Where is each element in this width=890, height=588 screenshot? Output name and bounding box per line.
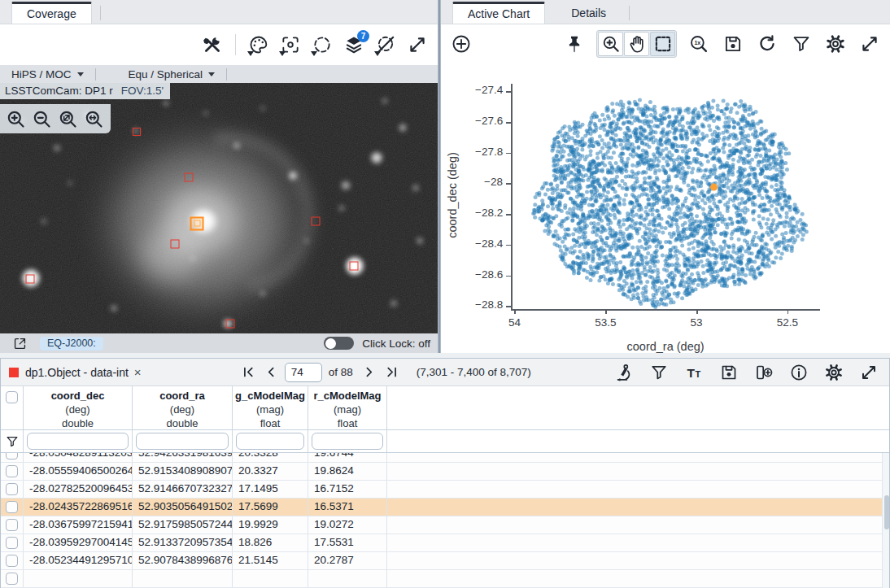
filter-input-coord_ra[interactable]: [136, 433, 229, 450]
row-checkbox[interactable]: [6, 519, 18, 531]
table-row[interactable]: -28.03675997215941352.91759850572448419.…: [1, 516, 889, 534]
add-column-icon[interactable]: [752, 360, 776, 385]
scatter-points-canvas[interactable]: [511, 84, 820, 309]
settings-icon[interactable]: [822, 360, 846, 385]
table-row[interactable]: -28.05048289113203552.94263319816399320.…: [1, 453, 889, 463]
zoom-in-icon[interactable]: [3, 107, 28, 131]
last-page-button[interactable]: [382, 363, 402, 382]
prev-page-button[interactable]: [262, 363, 281, 382]
microscope-icon[interactable]: [612, 360, 636, 385]
zoom-fit-icon[interactable]: [55, 107, 80, 131]
next-page-button[interactable]: [360, 363, 379, 382]
select-area-icon[interactable]: [310, 33, 334, 57]
object-marker[interactable]: [26, 275, 35, 284]
pan-hand-icon[interactable]: [624, 32, 649, 56]
layers-icon[interactable]: 7: [342, 33, 366, 57]
y-tick-label: −28.6: [475, 268, 503, 281]
tab-coverage[interactable]: Coverage: [11, 2, 92, 24]
coord-system-dropdown[interactable]: Equ / Spherical: [117, 68, 227, 81]
page-number-input[interactable]: [285, 363, 322, 382]
sky-image-viewer[interactable]: LSSTComCam: DP1 r FOV:1.5': [0, 83, 438, 333]
filter-icon[interactable]: [4, 433, 20, 451]
row-checkbox[interactable]: [6, 537, 18, 549]
column-header-coord_ra[interactable]: coord_ra (deg) double: [133, 386, 233, 429]
star-blob: [371, 153, 382, 163]
filter-icon[interactable]: [789, 32, 814, 56]
filter-input-coord_dec[interactable]: [27, 433, 129, 450]
filter-input-r_cModelMag[interactable]: [312, 433, 383, 450]
save-icon[interactable]: [717, 360, 741, 385]
object-marker[interactable]: [311, 216, 320, 225]
text-view-icon[interactable]: TT: [682, 360, 706, 385]
column-header-g_cModelMag[interactable]: g_cModelMag (mag) float: [233, 386, 308, 429]
restore-icon[interactable]: [755, 32, 779, 56]
table-row[interactable]: -28.02782520096453652.9146670732327517.1…: [1, 481, 889, 499]
object-marker[interactable]: [225, 319, 234, 328]
y-tick-label: −28.2: [475, 207, 503, 219]
coord-system-label: Equ / Spherical: [129, 68, 203, 81]
table-scrollbar[interactable]: [882, 453, 889, 588]
row-checkbox[interactable]: [6, 501, 18, 513]
cell-coord_ra: 52.90784389968769: [133, 552, 233, 569]
expand-icon[interactable]: [857, 360, 881, 385]
filter-cell-r_cModelMag: [308, 430, 387, 452]
svg-text:T: T: [696, 368, 701, 378]
settings-icon[interactable]: [823, 32, 848, 56]
cell-g_cModelMag: 17.1495: [233, 481, 308, 498]
firefly-app: Coverage 7 HiPS / MOC Equ / Spherical: [0, 0, 890, 588]
recenter-icon[interactable]: [278, 33, 303, 57]
filter-icon[interactable]: [647, 360, 671, 385]
tab-details[interactable]: Details: [556, 2, 621, 24]
hips-moc-dropdown[interactable]: HiPS / MOC: [0, 68, 95, 81]
tools-icon[interactable]: [200, 33, 225, 57]
object-marker[interactable]: [171, 239, 180, 248]
object-marker[interactable]: [133, 128, 141, 136]
object-marker[interactable]: [350, 261, 359, 270]
zoom-original-icon[interactable]: 1x: [687, 32, 711, 56]
table-row[interactable]: -28.05559406500264452.9153408908907220.3…: [1, 463, 889, 481]
column-header-r_cModelMag[interactable]: r_cModelMag (mag) float: [308, 386, 387, 429]
row-checkbox[interactable]: [6, 453, 18, 460]
pin-icon[interactable]: [562, 32, 587, 56]
table-row[interactable]: [1, 570, 889, 588]
column-header-coord_dec[interactable]: coord_dec (deg) double: [24, 386, 133, 429]
box-select-icon[interactable]: [650, 32, 675, 56]
close-icon[interactable]: ×: [134, 366, 142, 378]
expand-icon[interactable]: [405, 33, 430, 57]
row-checkbox[interactable]: [6, 483, 18, 495]
table-rows-viewport: -28.05048289113203552.94263319816399320.…: [1, 453, 889, 588]
row-checkbox[interactable]: [6, 555, 18, 567]
x-tick: [605, 309, 607, 314]
scrollbar-thumb[interactable]: [884, 495, 889, 529]
star-blob: [111, 306, 116, 311]
table-row[interactable]: -28.02435722869516652.9035056491502717.5…: [1, 499, 889, 516]
save-icon[interactable]: [721, 32, 745, 56]
scatter-chart[interactable]: 5453.55352.5−27.4−27.6−27.8−28−28.2−28.4…: [441, 63, 890, 353]
column-type: double: [62, 417, 94, 431]
click-lock-toggle[interactable]: [324, 337, 354, 350]
tab-active-chart[interactable]: Active Chart: [452, 2, 545, 24]
info-icon[interactable]: [787, 360, 811, 385]
external-link-icon[interactable]: [7, 331, 32, 355]
object-marker[interactable]: [184, 173, 193, 182]
first-page-button[interactable]: [239, 363, 259, 382]
row-checkbox[interactable]: [6, 573, 18, 585]
cell-g_cModelMag: [233, 570, 308, 587]
table-row[interactable]: -28.05234491295710352.9078438996876921.5…: [1, 552, 889, 570]
selected-object-marker[interactable]: [190, 216, 204, 230]
add-chart-icon[interactable]: [449, 32, 473, 56]
cell-coord_dec: -28.027825200964536: [24, 481, 133, 498]
row-filler: [387, 516, 889, 534]
select-all-checkbox[interactable]: [6, 391, 18, 403]
zoom-out-icon[interactable]: [29, 107, 54, 131]
filter-input-g_cModelMag[interactable]: [236, 433, 304, 450]
select-off-icon[interactable]: [373, 33, 398, 57]
cell-g_cModelMag: 18.826: [233, 534, 308, 551]
table-row[interactable]: -28.03959297004145452.9133720957354518.8…: [1, 534, 889, 552]
expand-icon[interactable]: [857, 32, 882, 56]
palette-icon[interactable]: [246, 33, 271, 57]
star-blob: [260, 106, 264, 110]
zoom-in-icon[interactable]: [598, 32, 623, 56]
zoom-fill-icon[interactable]: [81, 107, 106, 131]
row-checkbox[interactable]: [6, 465, 18, 477]
